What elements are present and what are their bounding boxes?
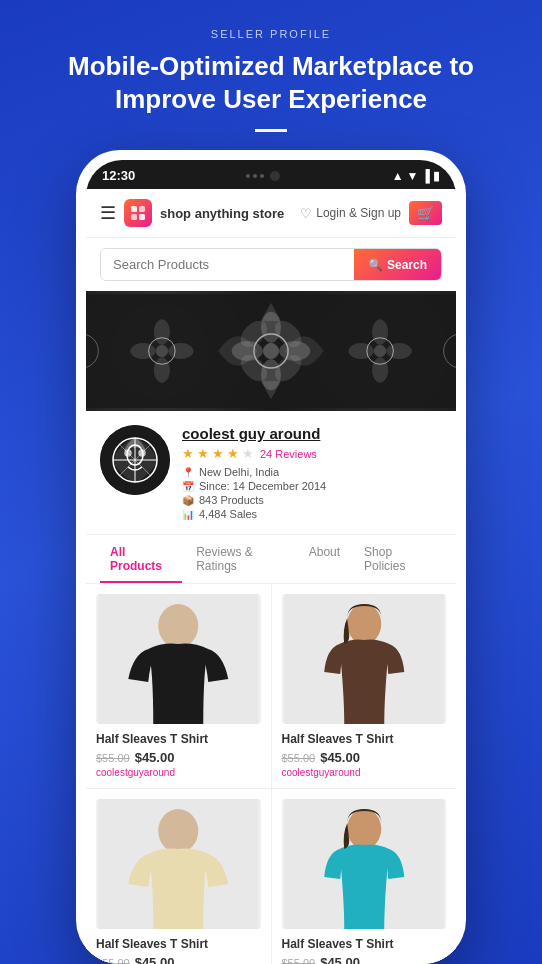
- camera-notch: [270, 171, 280, 181]
- product-price-4: $55.00 $45.00: [282, 955, 447, 964]
- svg-point-20: [169, 343, 194, 358]
- search-icon: 🔍: [368, 258, 383, 272]
- seller-details: coolest guy around ★ ★ ★ ★ ★ 24 Reviews …: [182, 425, 442, 520]
- svg-rect-0: [131, 206, 137, 212]
- product-card-1[interactable]: Half Sleaves T Shirt $55.00 $45.00 coole…: [86, 584, 271, 788]
- seller-avatar: [100, 425, 170, 495]
- product-name-2: Half Sleaves T Shirt: [282, 732, 447, 746]
- product-price-3: $55.00 $45.00: [96, 955, 261, 964]
- seller-meta: 📍 New Delhi, India 📅 Since: 14 December …: [182, 466, 442, 520]
- product-image-1: [96, 594, 261, 724]
- product-card-2[interactable]: Half Sleaves T Shirt $55.00 $45.00 coole…: [272, 584, 457, 788]
- star-5-empty: ★: [242, 446, 254, 461]
- product-price-new-4: $45.00: [320, 955, 360, 964]
- svg-point-17: [154, 320, 169, 345]
- meta-products: 📦 843 Products: [182, 494, 442, 506]
- tab-all-products[interactable]: All Products: [100, 535, 182, 583]
- product-price-old-2: $55.00: [282, 752, 316, 764]
- product-name-3: Half Sleaves T Shirt: [96, 937, 261, 951]
- status-time: 12:30: [102, 168, 135, 183]
- search-button-label: Search: [387, 258, 427, 272]
- meta-since-text: Since: 14 December 2014: [199, 480, 326, 492]
- product-tabs: All Products Reviews & Ratings About Sho…: [86, 535, 456, 584]
- product-card-3[interactable]: Half Sleaves T Shirt $55.00 $45.00 coole…: [86, 789, 271, 964]
- cart-button[interactable]: 🛒: [409, 201, 442, 225]
- calendar-icon: 📅: [182, 481, 194, 492]
- banner-pattern: [86, 291, 456, 411]
- notch-dot-2: [253, 174, 257, 178]
- page-header: SELLER PROFILE Mobile-Optimized Marketpl…: [31, 0, 511, 150]
- svg-rect-2: [131, 214, 137, 220]
- product-image-3: [96, 799, 261, 929]
- seller-name[interactable]: coolest guy around: [182, 425, 442, 442]
- signal-bars-icon: ▐: [421, 169, 430, 183]
- svg-point-26: [387, 343, 412, 358]
- svg-point-43: [347, 809, 381, 849]
- tab-reviews[interactable]: Reviews & Ratings: [186, 535, 295, 583]
- search-button[interactable]: 🔍 Search: [354, 249, 441, 280]
- product-card-4[interactable]: Half Sleaves T Shirt $55.00 $45.00 coole…: [272, 789, 457, 964]
- tab-shop-policies[interactable]: Shop Policies: [354, 535, 438, 583]
- svg-point-24: [373, 358, 388, 383]
- product-price-1: $55.00 $45.00: [96, 750, 261, 765]
- product-image-4: [282, 799, 447, 929]
- phone-device: 12:30 ▲ ▼ ▐ ▮ ☰: [76, 150, 466, 964]
- status-bar: 12:30 ▲ ▼ ▐ ▮: [86, 160, 456, 189]
- phone-screen: 12:30 ▲ ▼ ▐ ▮ ☰: [86, 160, 456, 964]
- product-price-old-4: $55.00: [282, 957, 316, 965]
- tab-about[interactable]: About: [299, 535, 350, 583]
- meta-sales-text: 4,484 Sales: [199, 508, 257, 520]
- login-link[interactable]: ♡ Login & Sign up: [300, 206, 401, 221]
- meta-location: 📍 New Delhi, India: [182, 466, 442, 478]
- product-store-2: coolestguyaround: [282, 767, 447, 778]
- svg-point-41: [158, 809, 198, 853]
- app-logo: [124, 199, 152, 227]
- svg-point-37: [158, 604, 198, 648]
- product-store-1: coolestguyaround: [96, 767, 261, 778]
- seller-info-section: coolest guy around ★ ★ ★ ★ ★ 24 Reviews …: [86, 411, 456, 535]
- svg-rect-3: [139, 214, 145, 220]
- notch-dot: [246, 174, 250, 178]
- login-label: Login & Sign up: [316, 206, 401, 220]
- svg-point-39: [347, 604, 381, 644]
- notch-dot-3: [260, 174, 264, 178]
- meta-since: 📅 Since: 14 December 2014: [182, 480, 442, 492]
- reviews-link[interactable]: 24 Reviews: [260, 448, 317, 460]
- search-input[interactable]: [101, 249, 354, 280]
- app-header: ☰ shop anything store ♡ Login & Sign up: [86, 189, 456, 238]
- header-left: ☰ shop anything store: [100, 199, 284, 227]
- signal-icon: ▲: [392, 169, 404, 183]
- battery-icon: ▮: [433, 169, 440, 183]
- status-icons: ▲ ▼ ▐ ▮: [392, 169, 440, 183]
- page-title: Mobile-Optimized Marketplace to Improve …: [61, 50, 481, 115]
- svg-point-16: [156, 345, 167, 356]
- svg-point-23: [373, 320, 388, 345]
- seller-profile-label: SELLER PROFILE: [61, 28, 481, 40]
- star-1: ★: [182, 446, 194, 461]
- svg-point-22: [374, 345, 385, 356]
- product-price-new-2: $45.00: [320, 750, 360, 765]
- store-name: shop anything store: [160, 206, 284, 221]
- seller-rating: ★ ★ ★ ★ ★ 24 Reviews: [182, 446, 442, 461]
- products-grid: Half Sleaves T Shirt $55.00 $45.00 coole…: [86, 584, 456, 964]
- notch-dots: [246, 174, 264, 178]
- title-underline: [255, 129, 287, 132]
- product-name-1: Half Sleaves T Shirt: [96, 732, 261, 746]
- notch-area: [246, 171, 280, 181]
- svg-point-18: [154, 358, 169, 383]
- store-banner: [86, 291, 456, 411]
- search-bar-section: 🔍 Search: [86, 238, 456, 291]
- hamburger-menu-icon[interactable]: ☰: [100, 202, 116, 224]
- svg-point-19: [131, 343, 156, 358]
- svg-point-34: [125, 450, 131, 456]
- star-2: ★: [197, 446, 209, 461]
- star-3: ★: [212, 446, 224, 461]
- wifi-icon: ▼: [407, 169, 419, 183]
- wishlist-icon: ♡: [300, 206, 312, 221]
- product-price-new-1: $45.00: [135, 750, 175, 765]
- product-price-2: $55.00 $45.00: [282, 750, 447, 765]
- product-price-new-3: $45.00: [135, 955, 175, 964]
- products-icon: 📦: [182, 495, 194, 506]
- star-4: ★: [227, 446, 239, 461]
- svg-point-6: [263, 343, 278, 358]
